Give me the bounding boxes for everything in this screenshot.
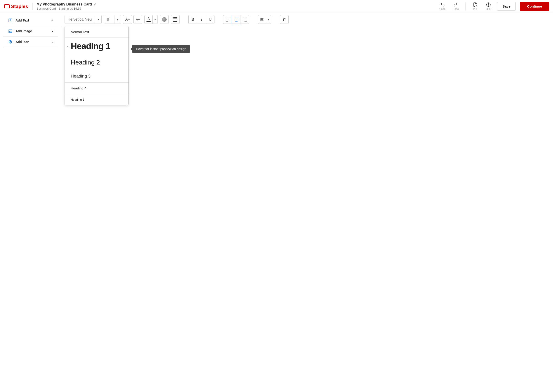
sidebar-item-add-icon[interactable]: Add Icon ◂ xyxy=(3,37,58,47)
pdf-label: Pdf xyxy=(473,8,477,11)
sidebar-item-add-text[interactable]: Add Text + xyxy=(3,15,58,26)
header-separator xyxy=(465,2,466,11)
continue-button[interactable]: Continue xyxy=(520,2,549,11)
edit-title-icon[interactable] xyxy=(93,3,97,6)
color-wheel-button[interactable] xyxy=(160,15,169,24)
align-right-icon xyxy=(243,18,247,21)
vertical-align-caret[interactable]: ▼ xyxy=(266,15,271,24)
font-family-select[interactable]: ▼ xyxy=(65,15,102,24)
align-center-icon xyxy=(235,18,238,21)
align-left-icon xyxy=(226,18,230,21)
redo-icon xyxy=(453,2,458,7)
undo-icon xyxy=(440,2,445,7)
text-style-group: B I U xyxy=(188,15,215,24)
delete-button[interactable] xyxy=(280,15,289,24)
pdf-icon xyxy=(473,2,477,7)
style-option-label: Heading 5 xyxy=(71,98,84,101)
line-spacing-icon xyxy=(173,17,177,22)
header-actions: Undo Redo Pdf Help Save Continue xyxy=(438,2,549,11)
project-title: My Photography Business Card xyxy=(37,2,92,7)
main-area: Add Text + Add Image ◂ Add Icon ◂ ▼ xyxy=(0,13,553,392)
plus-icon: + xyxy=(51,18,53,22)
style-option-heading3[interactable]: Heading 3 xyxy=(65,70,129,83)
style-option-heading4[interactable]: Heading 4 xyxy=(65,83,129,94)
project-info: My Photography Business Card Business Ca… xyxy=(37,2,97,10)
svg-point-1 xyxy=(488,6,489,6)
help-button[interactable]: Help xyxy=(484,2,493,11)
help-label: Help xyxy=(486,8,491,11)
undo-label: Undo xyxy=(439,7,445,10)
font-color-button[interactable]: A ▼ xyxy=(144,15,158,24)
font-family-caret[interactable]: ▼ xyxy=(95,15,101,24)
chevron-left-icon: ◂ xyxy=(52,30,53,33)
font-color-caret[interactable]: ▼ xyxy=(152,15,158,24)
redo-button[interactable]: Redo xyxy=(451,2,460,10)
bold-button[interactable]: B xyxy=(188,15,197,24)
font-color-icon: A xyxy=(145,17,152,22)
text-align-group xyxy=(223,15,249,24)
sidebar-item-label: Add Image xyxy=(15,29,52,33)
color-wheel-icon xyxy=(162,17,167,22)
brand-logo[interactable]: Staples xyxy=(4,4,28,9)
sidebar: Add Text + Add Image ◂ Add Icon ◂ xyxy=(0,13,61,392)
redo-label: Redo xyxy=(453,7,459,10)
tooltip-text: Hover for instant preview on design xyxy=(136,47,186,51)
style-option-heading2[interactable]: Heading 2 xyxy=(65,55,129,70)
svg-point-6 xyxy=(10,41,11,42)
increase-font-button[interactable]: A+ xyxy=(123,15,132,24)
font-size-select[interactable]: ▼ xyxy=(104,15,121,24)
svg-point-4 xyxy=(10,30,10,31)
vertical-align-icon xyxy=(258,17,266,21)
line-spacing-button[interactable] xyxy=(171,15,180,24)
italic-button[interactable]: I xyxy=(197,15,206,24)
undo-button[interactable]: Undo xyxy=(438,2,447,10)
brand-name: Staples xyxy=(11,4,28,9)
image-icon xyxy=(8,29,13,33)
style-option-normal[interactable]: Normal Text xyxy=(65,26,129,38)
header-divider xyxy=(32,3,33,10)
sidebar-item-label: Add Icon xyxy=(15,40,52,44)
project-price: $9.99 xyxy=(74,7,81,10)
shape-icon xyxy=(8,40,13,44)
preview-tooltip: Hover for instant preview on design xyxy=(132,45,190,53)
align-right-button[interactable] xyxy=(241,15,249,24)
font-family-input[interactable] xyxy=(65,15,95,24)
save-button[interactable]: Save xyxy=(497,2,516,11)
project-subtitle: Business Card - Starting at: $9.99 xyxy=(37,7,97,10)
underline-button[interactable]: U xyxy=(206,15,215,24)
project-subtitle-prefix: Business Card - Starting at: xyxy=(37,7,74,10)
style-option-label: Heading 4 xyxy=(71,86,86,90)
trash-icon xyxy=(282,17,286,21)
style-option-label: Heading 3 xyxy=(71,74,91,78)
text-style-dropdown: Normal Text Heading 1 Heading 2 Heading … xyxy=(65,26,129,105)
staples-mark-icon xyxy=(4,4,10,9)
font-size-input[interactable] xyxy=(104,15,114,24)
sidebar-item-add-image[interactable]: Add Image ◂ xyxy=(3,26,58,37)
decrease-font-button[interactable]: A− xyxy=(133,15,142,24)
chevron-left-icon: ◂ xyxy=(52,41,53,43)
help-icon xyxy=(486,2,491,7)
decrease-font-label: A− xyxy=(136,18,140,21)
sidebar-item-label: Add Text xyxy=(15,19,51,22)
align-left-button[interactable] xyxy=(223,15,232,24)
vertical-align-button[interactable]: ▼ xyxy=(258,15,271,24)
editor-area: ▼ ▼ A+ A− A ▼ xyxy=(61,13,553,392)
style-option-label: Heading 1 xyxy=(71,41,110,51)
font-size-caret[interactable]: ▼ xyxy=(114,15,121,24)
style-option-heading5[interactable]: Heading 5 xyxy=(65,94,129,105)
text-icon xyxy=(8,18,13,22)
app-header: Staples My Photography Business Card Bus… xyxy=(0,0,553,13)
style-option-label: Normal Text xyxy=(71,30,89,34)
align-center-button[interactable] xyxy=(232,15,241,24)
text-toolbar: ▼ ▼ A+ A− A ▼ xyxy=(61,13,553,26)
style-option-label: Heading 2 xyxy=(71,59,100,66)
pdf-button[interactable]: Pdf xyxy=(471,2,480,11)
style-option-heading1[interactable]: Heading 1 xyxy=(65,38,129,55)
